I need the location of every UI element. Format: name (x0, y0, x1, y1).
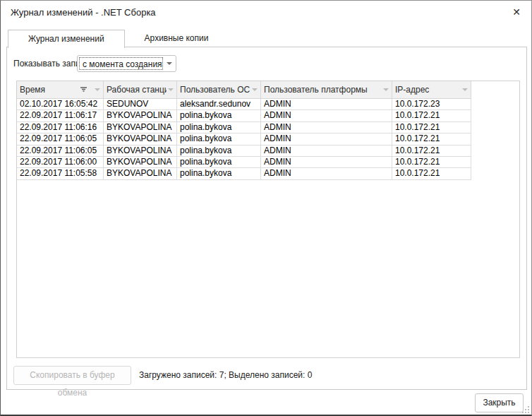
records-grid: ВремяРабочая станцияПользователь ОСПольз… (16, 81, 520, 358)
table-cell: ADMIN (261, 99, 392, 110)
table-cell: 22.09.2017 11:06:16 (17, 122, 104, 133)
copy-to-clipboard-button[interactable]: Скопировать в буфер обмена (13, 366, 131, 385)
table-cell: polina.bykova (177, 133, 261, 145)
chevron-down-icon[interactable] (168, 88, 174, 91)
table-cell: 10.0.172.23 (392, 99, 471, 110)
table-cell: 02.10.2017 16:05:42 (17, 99, 104, 110)
table-cell: BYKOVAPOLINA (104, 110, 177, 121)
table-cell: BYKOVAPOLINA (104, 122, 177, 133)
table-cell: ADMIN (261, 110, 392, 121)
table-cell: 10.0.172.21 (392, 133, 471, 145)
show-records-dropdown[interactable]: с момента создания (77, 55, 176, 72)
table-row[interactable]: 22.09.2017 11:06:16BYKOVAPOLINApolina.by… (17, 122, 519, 133)
column-header-label: Рабочая станция (107, 85, 167, 95)
tab-archive-copies[interactable]: Архивные копии (125, 30, 229, 47)
table-cell: BYKOVAPOLINA (104, 145, 177, 157)
column-header-label: Пользователь ОС (180, 85, 250, 95)
table-row[interactable]: 22.09.2017 11:06:00BYKOVAPOLINApolina.by… (17, 157, 519, 168)
tab-label: Журнал изменений (28, 34, 104, 44)
chevron-down-icon[interactable] (252, 88, 258, 91)
table-cell: BYKOVAPOLINA (104, 133, 177, 145)
table-cell: ADMIN (261, 122, 392, 133)
column-header-label: IP-адрес (395, 85, 461, 95)
table-cell: 22.09.2017 11:06:17 (17, 110, 104, 121)
table-cell: polina.bykova (177, 168, 261, 179)
filter-icon[interactable] (80, 86, 87, 94)
table-row[interactable]: 22.09.2017 11:06:05BYKOVAPOLINApolina.by… (17, 145, 519, 157)
column-header-4[interactable]: Пользователь платформы (261, 81, 392, 99)
grid-body: 02.10.2017 16:05:42SEDUNOValeksandr.sedu… (17, 99, 519, 180)
chevron-down-icon[interactable] (95, 88, 100, 91)
chevron-down-icon[interactable] (462, 88, 468, 91)
window-title: Журнал изменений - .NET Сборка (11, 7, 156, 18)
dropdown-value: с момента создания (79, 57, 163, 70)
table-row[interactable]: 22.09.2017 11:05:58BYKOVAPOLINApolina.by… (17, 168, 519, 179)
table-cell: ADMIN (261, 168, 392, 179)
table-cell: 22.09.2017 11:06:00 (17, 157, 104, 168)
table-cell: polina.bykova (177, 145, 261, 157)
change-log-tab-page: Показывать записи с момента создания Вре… (6, 47, 527, 390)
resize-grip[interactable] (521, 405, 530, 414)
close-icon[interactable]: ✕ (510, 6, 523, 18)
table-cell: 10.0.172.21 (392, 168, 471, 179)
column-header-2[interactable]: Рабочая станция (104, 81, 177, 99)
change-log-dialog: Журнал изменений - .NET Сборка ✕ Журнал … (0, 0, 532, 416)
table-row[interactable]: 02.10.2017 16:05:42SEDUNOValeksandr.sedu… (17, 99, 519, 110)
table-cell: 10.0.172.21 (392, 145, 471, 157)
title-bar: Журнал изменений - .NET Сборка ✕ (1, 1, 531, 29)
column-header-1[interactable]: Время (17, 81, 104, 99)
table-cell: 22.09.2017 11:06:05 (17, 145, 104, 157)
chevron-down-icon[interactable] (383, 88, 389, 91)
grid-header-row: ВремяРабочая станцияПользователь ОСПольз… (17, 81, 519, 99)
table-cell: aleksandr.sedunov (177, 99, 261, 110)
tab-label: Архивные копии (145, 33, 209, 43)
close-button[interactable]: Закрыть (475, 393, 524, 412)
table-cell: polina.bykova (177, 122, 261, 133)
table-cell: polina.bykova (177, 110, 261, 121)
table-cell: 10.0.172.21 (392, 122, 471, 133)
table-cell: 10.0.172.21 (392, 110, 471, 121)
table-cell: ADMIN (261, 145, 392, 157)
column-header-5[interactable]: IP-адрес (392, 81, 471, 99)
column-header-3[interactable]: Пользователь ОС (177, 81, 261, 99)
table-cell: ADMIN (261, 133, 392, 145)
column-header-label: Пользователь платформы (264, 85, 382, 95)
table-row[interactable]: 22.09.2017 11:06:17BYKOVAPOLINApolina.by… (17, 110, 519, 121)
table-cell: ADMIN (261, 157, 392, 168)
table-cell: 10.0.172.21 (392, 157, 471, 168)
chevron-down-icon[interactable] (163, 56, 176, 71)
table-cell: SEDUNOV (104, 99, 177, 110)
tab-strip: Журнал изменений Архивные копии (8, 29, 228, 47)
table-cell: 22.09.2017 11:06:05 (17, 133, 104, 145)
table-row[interactable]: 22.09.2017 11:06:05BYKOVAPOLINApolina.by… (17, 133, 519, 145)
table-cell: 22.09.2017 11:05:58 (17, 168, 104, 179)
tab-change-log[interactable]: Журнал изменений (8, 30, 125, 48)
table-cell: polina.bykova (177, 157, 261, 168)
column-header-label: Время (20, 85, 80, 95)
table-cell: BYKOVAPOLINA (104, 157, 177, 168)
table-cell: BYKOVAPOLINA (104, 168, 177, 179)
records-status-text: Загружено записей: 7; Выделено записей: … (139, 366, 312, 385)
